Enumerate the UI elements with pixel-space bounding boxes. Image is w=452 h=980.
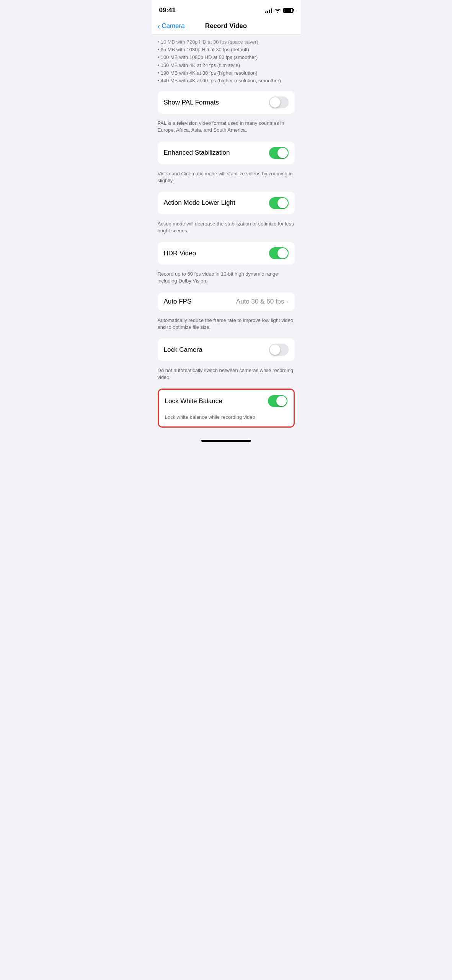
home-bar [201, 440, 251, 442]
auto-fps-value[interactable]: Auto 30 & 60 fps › [236, 298, 289, 305]
action-mode-lower-light-toggle[interactable] [269, 197, 289, 209]
home-indicator [152, 435, 301, 445]
enhanced-stabilization-desc: Video and Cinematic mode will stabilize … [152, 167, 301, 189]
info-line-1: • 65 MB with 1080p HD at 30 fps (default… [158, 46, 295, 53]
lock-white-balance-row: Lock White Balance [159, 390, 294, 412]
wifi-icon [274, 8, 281, 13]
lock-camera-card: Lock Camera [158, 338, 295, 361]
info-line-0: • 10 MB with 720p HD at 30 fps (space sa… [158, 39, 295, 46]
info-line-3: • 150 MB with 4K at 24 fps (film style) [158, 62, 295, 69]
show-pal-formats-toggle[interactable] [269, 96, 289, 108]
hdr-video-card: HDR Video [158, 242, 295, 265]
hdr-video-label: HDR Video [164, 250, 196, 257]
auto-fps-label: Auto FPS [164, 298, 192, 305]
info-text-block: • 10 MB with 720p HD at 30 fps (space sa… [152, 35, 301, 91]
content: • 10 MB with 720p HD at 30 fps (space sa… [152, 35, 301, 445]
info-line-5: • 440 MB with 4K at 60 fps (higher resol… [158, 77, 295, 84]
status-icons [265, 8, 293, 13]
auto-fps-card[interactable]: Auto FPS Auto 30 & 60 fps › [158, 292, 295, 311]
info-line-2: • 100 MB with 1080p HD at 60 fps (smooth… [158, 54, 295, 61]
info-line-4: • 190 MB with 4K at 30 fps (higher resol… [158, 70, 295, 77]
status-bar: 09:41 [152, 0, 301, 19]
auto-fps-row[interactable]: Auto FPS Auto 30 & 60 fps › [158, 292, 295, 311]
show-pal-formats-card: Show PAL Formats [158, 91, 295, 114]
enhanced-stabilization-card: Enhanced Stabilization [158, 142, 295, 164]
lock-camera-toggle[interactable] [269, 344, 289, 356]
lock-camera-row: Lock Camera [158, 338, 295, 361]
show-pal-formats-row: Show PAL Formats [158, 91, 295, 114]
lock-camera-label: Lock Camera [164, 346, 202, 354]
enhanced-stabilization-toggle[interactable] [269, 147, 289, 159]
back-button[interactable]: ‹ Camera [158, 22, 185, 30]
action-mode-lower-light-card: Action Mode Lower Light [158, 192, 295, 214]
lock-camera-desc: Do not automatically switch between came… [152, 364, 301, 385]
show-pal-formats-label: Show PAL Formats [164, 99, 219, 106]
auto-fps-chevron-icon: › [287, 298, 289, 305]
hdr-video-toggle[interactable] [269, 247, 289, 259]
signal-icon [265, 8, 272, 13]
lock-white-balance-toggle[interactable] [268, 395, 287, 407]
nav-bar: ‹ Camera Record Video [152, 19, 301, 35]
action-mode-lower-light-label: Action Mode Lower Light [164, 199, 235, 207]
enhanced-stabilization-row: Enhanced Stabilization [158, 142, 295, 164]
back-chevron-icon: ‹ [158, 22, 160, 30]
back-label: Camera [162, 22, 184, 30]
lock-white-balance-card: Lock White Balance Lock white balance wh… [158, 389, 295, 427]
action-mode-lower-light-row: Action Mode Lower Light [158, 192, 295, 214]
show-pal-formats-desc: PAL is a television video format used in… [152, 117, 301, 138]
hdr-video-row: HDR Video [158, 242, 295, 265]
auto-fps-current-value: Auto 30 & 60 fps [236, 298, 284, 305]
lock-white-balance-desc: Lock white balance while recording video… [159, 412, 294, 426]
enhanced-stabilization-label: Enhanced Stabilization [164, 149, 230, 157]
page-title: Record Video [205, 22, 247, 30]
action-mode-lower-light-desc: Action mode will decrease the stabilizat… [152, 217, 301, 239]
battery-icon [283, 8, 293, 13]
hdr-video-desc: Record up to 60 fps video in 10-bit high… [152, 268, 301, 289]
lock-white-balance-label: Lock White Balance [165, 397, 222, 405]
status-time: 09:41 [159, 7, 176, 14]
auto-fps-desc: Automatically reduce the frame rate to i… [152, 314, 301, 335]
